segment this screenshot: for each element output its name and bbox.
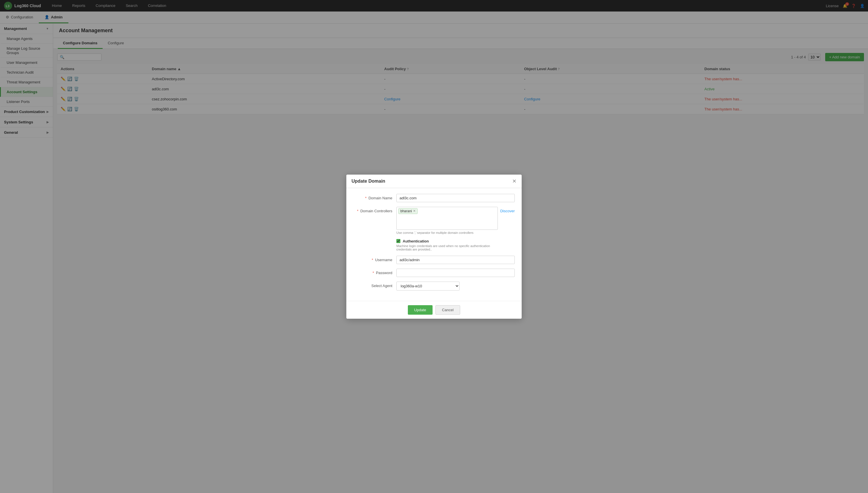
username-input[interactable] — [396, 256, 515, 264]
required-star: * — [365, 196, 366, 200]
select-agent-row: Select Agent log360a-w10 agent-2 agent-3 — [353, 282, 515, 291]
username-row: * Username — [353, 256, 515, 264]
modal-overlay: Update Domain ✕ * Domain Name * Domain C… — [0, 0, 868, 493]
password-row: * Password — [353, 269, 515, 277]
domain-controllers-row: * Domain Controllers bharani ✕ Use — [353, 207, 515, 234]
domain-name-control — [396, 194, 515, 202]
domain-name-row: * Domain Name — [353, 194, 515, 202]
update-button[interactable]: Update — [408, 305, 433, 315]
modal-title: Update Domain — [351, 179, 385, 184]
discover-link[interactable]: Discover — [500, 207, 515, 213]
authentication-row: Authentication Machine login credentials… — [353, 239, 515, 251]
tag-input-container[interactable]: bharani ✕ — [396, 207, 498, 230]
select-agent-control: log360a-w10 agent-2 agent-3 — [396, 282, 515, 291]
dc-hint: Use comma ',' separator for multiple dom… — [396, 231, 498, 234]
tag-remove-button[interactable]: ✕ — [413, 209, 416, 213]
select-agent-label: Select Agent — [353, 282, 396, 288]
password-input[interactable] — [396, 269, 515, 277]
modal-footer: Update Cancel — [346, 301, 522, 319]
username-control — [396, 256, 515, 264]
auth-desc: Machine login credentials are used when … — [396, 244, 506, 251]
domain-name-input[interactable] — [396, 194, 515, 202]
required-star2: * — [357, 209, 359, 213]
select-agent-dropdown[interactable]: log360a-w10 agent-2 agent-3 — [396, 282, 460, 291]
auth-label-row: Authentication — [396, 239, 506, 243]
update-domain-modal: Update Domain ✕ * Domain Name * Domain C… — [346, 175, 522, 319]
dc-tag: bharani ✕ — [398, 208, 418, 214]
domain-controllers-label: * Domain Controllers — [353, 207, 396, 213]
dc-row: bharani ✕ Use comma ',' separator for mu… — [396, 207, 515, 234]
required-star4: * — [372, 271, 374, 275]
dc-input-section: bharani ✕ Use comma ',' separator for mu… — [396, 207, 498, 234]
modal-close-button[interactable]: ✕ — [512, 179, 517, 184]
domain-controllers-control: bharani ✕ Use comma ',' separator for mu… — [396, 207, 515, 234]
auth-title: Authentication — [403, 239, 429, 243]
username-label: * Username — [353, 256, 396, 262]
password-label: * Password — [353, 269, 396, 275]
modal-header: Update Domain ✕ — [346, 175, 522, 188]
cancel-button[interactable]: Cancel — [435, 305, 460, 315]
auth-inner: Authentication Machine login credentials… — [396, 239, 506, 251]
domain-name-label: * Domain Name — [353, 194, 396, 200]
password-control — [396, 269, 515, 277]
modal-body: * Domain Name * Domain Controllers — [346, 188, 522, 301]
auth-checkbox[interactable] — [396, 239, 401, 243]
required-star3: * — [372, 258, 373, 262]
